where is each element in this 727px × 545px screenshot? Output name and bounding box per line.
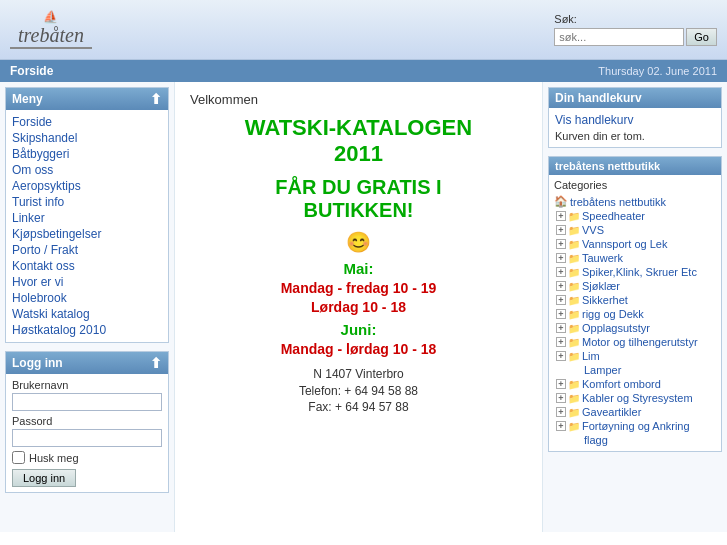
shop-categories-label: Categories [554, 179, 716, 191]
logo-icon: ⛵ [10, 10, 92, 24]
main-heading3: FÅR DU GRATIS I [190, 175, 527, 199]
username-input[interactable] [12, 393, 162, 411]
cart-empty: Kurven din er tom. [555, 130, 715, 142]
username-label: Brukernavn [12, 379, 162, 391]
navbar-date: Thursday 02. June 2011 [598, 65, 717, 77]
login-collapse-icon[interactable]: ⬆ [150, 355, 162, 371]
month2: Juni: [190, 321, 527, 338]
shop-box-content: Categories 🏠trebåtens nettbutikk+📁Speedh… [549, 175, 721, 451]
fax: Fax: + 64 94 57 88 [190, 400, 527, 414]
address: N 1407 Vinterbro [190, 367, 527, 381]
login-box-header: Logg inn ⬆ [6, 352, 168, 374]
header: ⛵ trebåten Søk: Go [0, 0, 727, 60]
left-sidebar: Meny ⬆ ForsideSkipshandelBåtbyggeriOm os… [0, 82, 175, 532]
cart-title: Din handlekurv [555, 91, 642, 105]
menu-link[interactable]: Skipshandel [12, 130, 162, 146]
logo-container: ⛵ trebåten [10, 10, 92, 49]
search-row: Go [554, 28, 717, 46]
search-label: Søk: [554, 13, 577, 25]
center-content: Velkommen WATSKI-KATALOGEN 2011 FÅR DU G… [175, 82, 542, 532]
category-item[interactable]: +📁Motor og tilhengerutstyr [554, 335, 716, 349]
welcome-text: Velkommen [190, 92, 527, 107]
smiley: 😊 [190, 230, 527, 254]
cart-link[interactable]: Vis handlekurv [555, 113, 634, 127]
shop-box: trebåtens nettbutikk Categories 🏠trebåte… [548, 156, 722, 452]
cart-box: Din handlekurv Vis handlekurv Kurven din… [548, 87, 722, 148]
menu-link[interactable]: Kontakt oss [12, 258, 162, 274]
menu-box-content: ForsideSkipshandelBåtbyggeriOm ossAerops… [6, 110, 168, 342]
shop-box-header: trebåtens nettbutikk [549, 157, 721, 175]
category-item[interactable]: Lamper [554, 363, 716, 377]
menu-link[interactable]: Holebrook [12, 290, 162, 306]
login-box: Logg inn ⬆ Brukernavn Passord Husk meg L… [5, 351, 169, 493]
menu-collapse-icon[interactable]: ⬆ [150, 91, 162, 107]
menu-link[interactable]: Båtbyggeri [12, 146, 162, 162]
password-label: Passord [12, 415, 162, 427]
cart-box-content: Vis handlekurv Kurven din er tom. [549, 108, 721, 147]
login-box-content: Brukernavn Passord Husk meg Logg inn [6, 374, 168, 492]
phone: Telefon: + 64 94 58 88 [190, 384, 527, 398]
menu-link[interactable]: Porto / Frakt [12, 242, 162, 258]
category-item[interactable]: 🏠trebåtens nettbutikk [554, 194, 716, 209]
menu-link[interactable]: Høstkatalog 2010 [12, 322, 162, 338]
search-button[interactable]: Go [686, 28, 717, 46]
cart-box-header: Din handlekurv [549, 88, 721, 108]
menu-link[interactable]: Om oss [12, 162, 162, 178]
remember-label: Husk meg [29, 452, 79, 464]
menu-link[interactable]: Linker [12, 210, 162, 226]
schedule3: Mandag - lørdag 10 - 18 [190, 341, 527, 357]
category-item[interactable]: +📁Lim [554, 349, 716, 363]
menu-link[interactable]: Aeropsyktips [12, 178, 162, 194]
schedule1: Mandag - fredag 10 - 19 [190, 280, 527, 296]
password-input[interactable] [12, 429, 162, 447]
right-sidebar: Din handlekurv Vis handlekurv Kurven din… [542, 82, 727, 532]
logo-area: ⛵ trebåten [10, 10, 92, 49]
menu-box: Meny ⬆ ForsideSkipshandelBåtbyggeriOm os… [5, 87, 169, 343]
remember-row: Husk meg [12, 451, 162, 464]
month1: Mai: [190, 260, 527, 277]
main-heading2: 2011 [190, 141, 527, 167]
navbar-home[interactable]: Forside [10, 64, 53, 78]
menu-link[interactable]: Watski katalog [12, 306, 162, 322]
shop-title: trebåtens nettbutikk [555, 160, 660, 172]
category-item[interactable]: +📁Sikkerhet [554, 293, 716, 307]
menu-title: Meny [12, 92, 43, 106]
category-item[interactable]: +📁Tauwerk [554, 251, 716, 265]
category-item[interactable]: +📁VVS [554, 223, 716, 237]
category-item[interactable]: +📁Komfort ombord [554, 377, 716, 391]
category-item[interactable]: +📁Speedheater [554, 209, 716, 223]
categories-container: 🏠trebåtens nettbutikk+📁Speedheater+📁VVS+… [554, 194, 716, 447]
main-heading1: WATSKI-KATALOGEN [190, 115, 527, 141]
category-item[interactable]: +📁Sjøklær [554, 279, 716, 293]
category-item[interactable]: +📁Opplagsutstyr [554, 321, 716, 335]
navbar: Forside Thursday 02. June 2011 [0, 60, 727, 82]
search-area: Søk: Go [554, 13, 717, 46]
schedule2: Lørdag 10 - 18 [190, 299, 527, 315]
category-item[interactable]: +📁Gaveartikler [554, 405, 716, 419]
category-item[interactable]: +📁Fortøyning og Ankring [554, 419, 716, 433]
menu-link[interactable]: Hvor er vi [12, 274, 162, 290]
logo-text: trebåten [10, 24, 92, 49]
login-title: Logg inn [12, 356, 63, 370]
main-layout: Meny ⬆ ForsideSkipshandelBåtbyggeriOm os… [0, 82, 727, 532]
category-item[interactable]: +📁Vannsport og Lek [554, 237, 716, 251]
search-input[interactable] [554, 28, 684, 46]
menu-box-header: Meny ⬆ [6, 88, 168, 110]
main-heading4: BUTIKKEN! [190, 199, 527, 222]
category-item[interactable]: +📁Kabler og Styresystem [554, 391, 716, 405]
remember-checkbox[interactable] [12, 451, 25, 464]
menu-link[interactable]: Turist info [12, 194, 162, 210]
login-button[interactable]: Logg inn [12, 469, 76, 487]
category-item[interactable]: flagg [554, 433, 716, 447]
menu-link[interactable]: Kjøpsbetingelser [12, 226, 162, 242]
menu-link[interactable]: Forside [12, 114, 162, 130]
category-item[interactable]: +📁rigg og Dekk [554, 307, 716, 321]
category-item[interactable]: +📁Spiker,Klink, Skruer Etc [554, 265, 716, 279]
